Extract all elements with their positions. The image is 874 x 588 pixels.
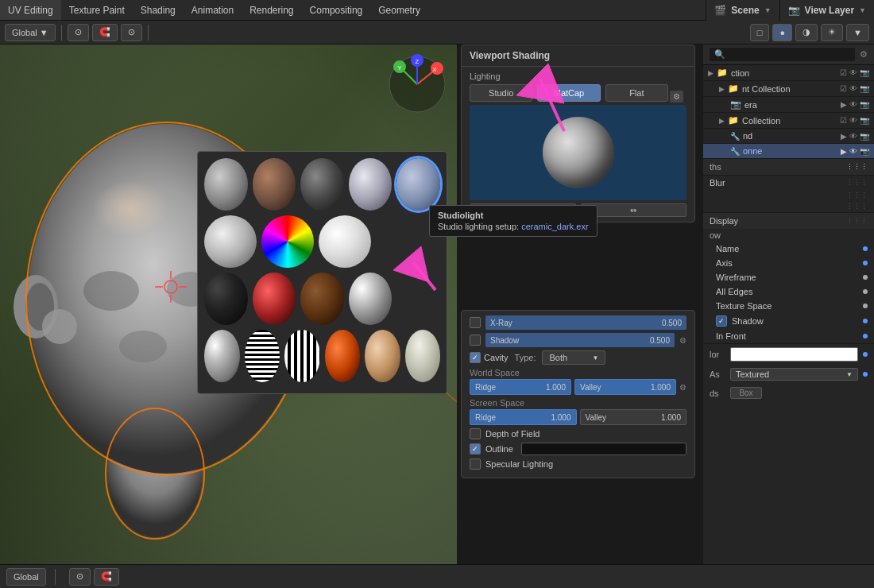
outliner-item-onne[interactable]: 🔧 onne ▶ 👁 📷 (703, 144, 874, 159)
shadow-checkbox[interactable] (470, 335, 481, 346)
lighting-studio-btn[interactable]: Studio (470, 84, 532, 102)
nt-restrict-view-icon[interactable]: 👁 (849, 84, 857, 93)
checkbox-icon[interactable]: ☑ (840, 68, 847, 77)
matcap-ball-shiny2[interactable] (204, 330, 240, 382)
matcap-preview-area[interactable] (470, 105, 686, 200)
shading-options-btn[interactable]: ▼ (846, 24, 869, 41)
matcap-ball-dark-gray[interactable] (300, 158, 344, 211)
viewport-shading-wireframe[interactable]: □ (750, 24, 770, 41)
filter-icon[interactable]: ⚙ (860, 49, 868, 60)
viewport-shading-solid[interactable]: ● (772, 24, 792, 41)
viewport-shading-rendered[interactable]: ☀ (821, 24, 843, 41)
properties-section-title[interactable]: ths ⋮⋮⋮ (703, 159, 874, 175)
snap-btn[interactable]: 🧲 (92, 24, 118, 41)
matcap-ball-stripes-v[interactable] (284, 330, 320, 382)
matcap-ball-light-silver[interactable] (204, 215, 257, 268)
outliner-item-collection[interactable]: ▶ 📁 ction ☑ 👁 📷 (703, 65, 874, 81)
shading-settings-btn[interactable]: ⚙ (670, 91, 683, 103)
matcap-ball-black[interactable] (204, 273, 248, 325)
xray-checkbox[interactable] (470, 317, 481, 328)
viewlayer-expand-icon[interactable]: ▼ (859, 6, 866, 14)
cavity-checkbox[interactable] (470, 352, 481, 363)
outliner-item-nd[interactable]: 🔧 nd ▶ 👁 📷 (703, 129, 874, 144)
viewport-shading-lpe[interactable]: ◑ (795, 24, 818, 41)
matcap-ball-red[interactable] (253, 273, 296, 325)
outliner-item-nt-collection[interactable]: ▶ 📁 nt Collection ☑ 👁 📷 (703, 81, 874, 97)
shadow-bar[interactable]: Shadow 0.500 (485, 333, 675, 347)
ws-valley-btn[interactable]: Valley 1.000 (574, 379, 676, 395)
dof-checkbox[interactable] (470, 428, 481, 439)
matcap-ball-rainbow[interactable] (261, 215, 314, 268)
matcap-ball-stripes-h[interactable] (245, 330, 280, 382)
shadow-settings-icon[interactable]: ⚙ (679, 336, 686, 345)
ws-ridge-btn[interactable]: Ridge 1.000 (470, 379, 571, 395)
menu-item-compositing[interactable]: Compositing (302, 0, 371, 20)
matcap-ball-gray[interactable] (204, 158, 248, 211)
outliner-item-collection2[interactable]: ▶ 📁 Collection ☑ 👁 📷 (703, 113, 874, 129)
ds-row: ds Box (703, 384, 874, 402)
menu-item-rendering[interactable]: Rendering (242, 0, 301, 20)
col2-checkbox-icon[interactable]: ☑ (840, 116, 847, 125)
ss-ridge-btn[interactable]: Ridge 1.000 (470, 409, 577, 425)
menu-item-texture-paint[interactable]: Texture Paint (61, 0, 133, 20)
transform-pivot-btn[interactable]: ⊙ (68, 24, 89, 41)
matcap-ball-shiny[interactable] (349, 273, 393, 325)
lighting-buttons-row: Studio MatCap Flat ⚙ (470, 84, 686, 102)
viewport-gizmo[interactable]: X Y Z (385, 52, 449, 116)
onne-restrict-view[interactable]: ▶ (841, 147, 847, 156)
statusbar-snap-btn[interactable]: 🧲 (94, 568, 119, 586)
matcap-ball-blue-selected[interactable] (396, 158, 440, 211)
menu-item-shading[interactable]: Shading (133, 0, 184, 20)
col2-render-icon[interactable]: 📷 (860, 116, 869, 125)
outline-checkbox[interactable] (470, 443, 481, 455)
onne-eye-icon[interactable]: 👁 (849, 147, 857, 156)
proportional-edit-btn[interactable]: ⊙ (121, 24, 142, 41)
ds-box-input[interactable]: Box (730, 387, 762, 399)
as-mode-dropdown[interactable]: Textured ▼ (730, 368, 858, 381)
matcap-ball-dark-brown[interactable] (300, 273, 344, 325)
matcap-ball-orange[interactable] (325, 330, 361, 382)
nd-eye-icon[interactable]: 👁 (849, 132, 857, 141)
display-label: Display (710, 216, 738, 226)
menu-item-geometry[interactable]: Geometry (370, 0, 428, 20)
nd-restrict-view[interactable]: ▶ (841, 132, 847, 141)
cam-render-icon[interactable]: 📷 (860, 100, 869, 109)
outliner-item-camera[interactable]: 📷 era ▶ 👁 📷 (703, 97, 874, 113)
col2-eye-icon[interactable]: 👁 (849, 116, 857, 125)
display-shadow-checkbox[interactable] (716, 315, 727, 327)
menu-item-uv-editing[interactable]: UV Editing (0, 0, 61, 20)
global-mode-btn[interactable]: Global ▼ (5, 24, 56, 41)
xray-bar[interactable]: X-Ray 0.500 (485, 315, 686, 330)
onne-render-icon[interactable]: 📷 (860, 147, 869, 156)
nd-render-icon[interactable]: 📷 (860, 132, 869, 141)
cavity-type-dropdown[interactable]: Both ▼ (542, 350, 605, 365)
matcap-ball-skin[interactable] (365, 330, 400, 382)
ss-valley-btn[interactable]: Valley 1.000 (580, 409, 687, 425)
statusbar-pivot-btn[interactable]: ⊙ (69, 568, 91, 586)
lighting-matcap-btn[interactable]: MatCap (537, 84, 600, 102)
ws-settings-icon[interactable]: ⚙ (679, 383, 686, 392)
nt-checkbox-icon[interactable]: ☑ (840, 84, 847, 93)
cam-eye-icon[interactable]: 👁 (849, 100, 857, 109)
scene-expand-icon[interactable]: ▼ (764, 6, 772, 14)
restrict-view-icon[interactable]: 👁 (849, 68, 857, 77)
color-swatch[interactable] (730, 347, 858, 362)
nt-restrict-render-icon[interactable]: 📷 (860, 84, 869, 93)
tooltip-desc: Studio lighting setup: ceramic_dark.exr (438, 222, 589, 231)
outline-color-swatch[interactable] (521, 443, 686, 455)
as-mode-value: Textured (736, 369, 769, 379)
statusbar-global-left[interactable]: Global (6, 568, 46, 586)
dof-row: Depth of Field (470, 428, 686, 439)
outliner-search[interactable]: 🔍 (710, 48, 855, 61)
matcap-ball-brown[interactable] (253, 158, 296, 211)
menu-item-animation[interactable]: Animation (184, 0, 242, 20)
restrict-render-icon[interactable]: 📷 (860, 68, 869, 77)
ss-valley-value: 1.000 (661, 413, 681, 422)
matcap-ball-white[interactable] (319, 215, 371, 268)
lighting-flat-btn[interactable]: Flat (605, 84, 668, 102)
matcap-ball-pearl[interactable] (405, 330, 441, 382)
display-section-title[interactable]: Display ⋮⋮⋮ (703, 213, 874, 229)
cam-restrict-view-icon[interactable]: ▶ (841, 100, 847, 109)
specular-checkbox[interactable] (470, 458, 481, 470)
matcap-ball-silver[interactable] (349, 158, 393, 211)
